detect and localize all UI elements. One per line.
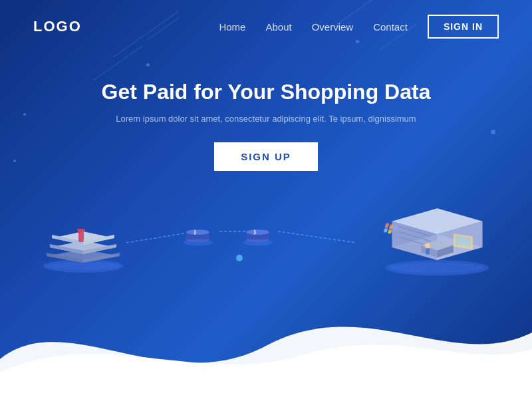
nav-links: Home About Overview Contact SIGN IN [219,15,499,39]
illustration-area: ₿ ₿ [0,160,532,346]
svg-text:₿: ₿ [253,229,256,235]
svg-rect-46 [426,249,430,255]
svg-line-2 [278,231,356,243]
signup-button[interactable]: SIGN UP [214,142,318,171]
svg-rect-38 [384,228,388,232]
navbar: LOGO Home About Overview Contact SIGN IN [0,0,532,53]
nav-contact[interactable]: Contact [373,21,408,33]
svg-point-3 [236,255,243,261]
svg-point-45 [425,243,430,249]
iso-book [40,200,126,266]
nav-overview[interactable]: Overview [312,21,354,33]
hero-section: Get Paid for Your Shopping Data Lorem ip… [0,53,532,171]
svg-point-16 [47,262,120,270]
svg-text:₿: ₿ [194,229,196,235]
hero-subtitle: Lorem ipsum dolor sit amet, consectetur … [0,114,532,124]
svg-point-25 [246,229,269,235]
signin-button[interactable]: SIGN IN [428,15,499,39]
svg-point-20 [186,229,209,235]
nav-about[interactable]: About [265,21,291,33]
hero-title: Get Paid for Your Shopping Data [0,80,532,104]
svg-rect-39 [388,229,392,233]
iso-coin-left: ₿ [180,223,216,243]
iso-coin-right: ₿ [239,223,276,243]
iso-store [379,170,495,273]
page-wrapper: LOGO Home About Overview Contact SIGN IN… [0,0,532,399]
nav-home[interactable]: Home [219,21,245,33]
svg-point-47 [391,263,484,273]
logo: LOGO [33,18,82,35]
svg-rect-35 [385,223,390,228]
svg-rect-15 [77,229,85,231]
